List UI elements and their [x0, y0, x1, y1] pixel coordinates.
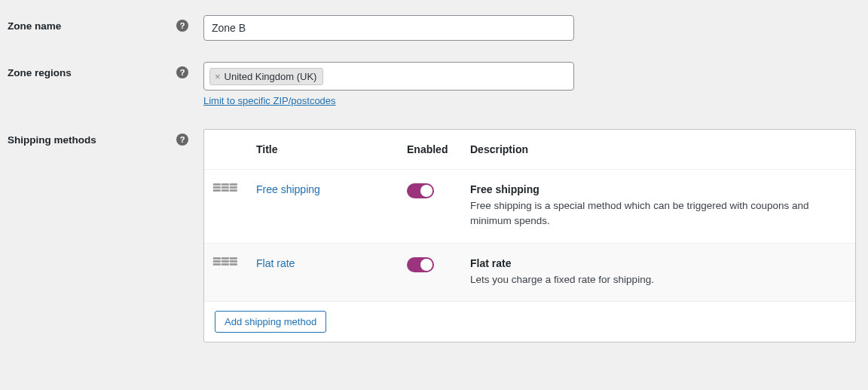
method-desc-title: Free shipping — [470, 183, 846, 195]
shipping-methods-table: Title Enabled Description ━━━━━━━━━ Free… — [203, 129, 856, 342]
method-desc-text: Free shipping is a special method which … — [470, 198, 846, 229]
table-row: ━━━━━━━━━ Free shipping Free shipping Fr… — [204, 170, 855, 244]
help-icon[interactable]: ? — [176, 66, 188, 78]
region-tag: × United Kingdom (UK) — [209, 68, 323, 85]
enabled-toggle[interactable] — [407, 257, 434, 272]
shipping-methods-label: Shipping methods — [8, 134, 96, 146]
add-shipping-method-button[interactable]: Add shipping method — [215, 311, 326, 333]
zone-name-label: Zone name — [8, 20, 61, 32]
method-title-link[interactable]: Flat rate — [256, 257, 295, 269]
method-desc-title: Flat rate — [470, 257, 846, 269]
close-icon[interactable]: × — [215, 72, 221, 81]
help-icon[interactable]: ? — [176, 20, 188, 32]
zone-name-input[interactable] — [203, 15, 574, 41]
column-header-description: Description — [461, 130, 855, 170]
zone-regions-label: Zone regions — [8, 67, 72, 78]
zone-regions-input[interactable]: × United Kingdom (UK) — [203, 62, 574, 91]
column-header-enabled: Enabled — [398, 130, 461, 170]
column-header-title: Title — [247, 130, 398, 170]
drag-handle-icon[interactable]: ━━━━━━━━━ — [213, 257, 238, 266]
help-icon[interactable]: ? — [176, 134, 188, 146]
drag-handle-icon[interactable]: ━━━━━━━━━ — [213, 183, 238, 192]
method-title-link[interactable]: Free shipping — [256, 183, 320, 195]
enabled-toggle[interactable] — [407, 183, 434, 198]
method-desc-text: Lets you charge a fixed rate for shippin… — [470, 272, 846, 287]
table-row: ━━━━━━━━━ Flat rate Flat rate Lets you c… — [204, 243, 855, 301]
limit-postcodes-link[interactable]: Limit to specific ZIP/postcodes — [203, 95, 336, 106]
region-tag-label: United Kingdom (UK) — [225, 71, 317, 82]
